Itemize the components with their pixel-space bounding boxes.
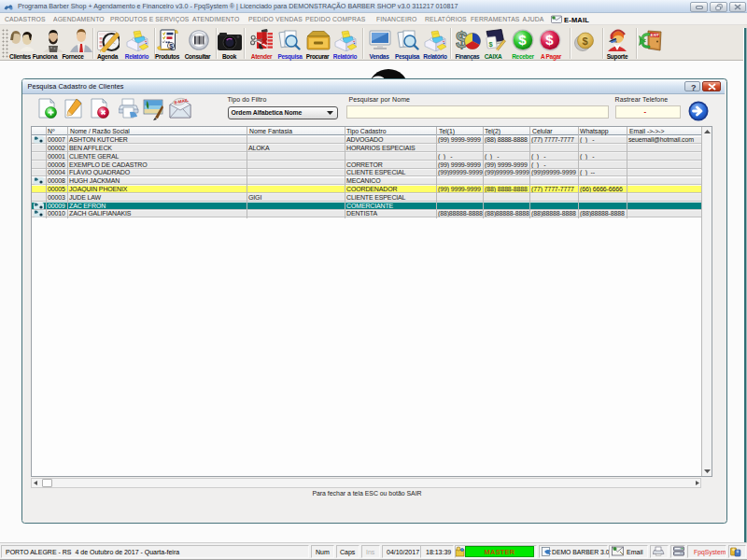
svg-text:EXIT: EXIT xyxy=(651,33,660,37)
svg-text:$: $ xyxy=(545,32,554,48)
svg-text:?: ? xyxy=(691,83,697,92)
svg-text:$: $ xyxy=(583,35,588,47)
svg-text:$: $ xyxy=(518,32,527,48)
